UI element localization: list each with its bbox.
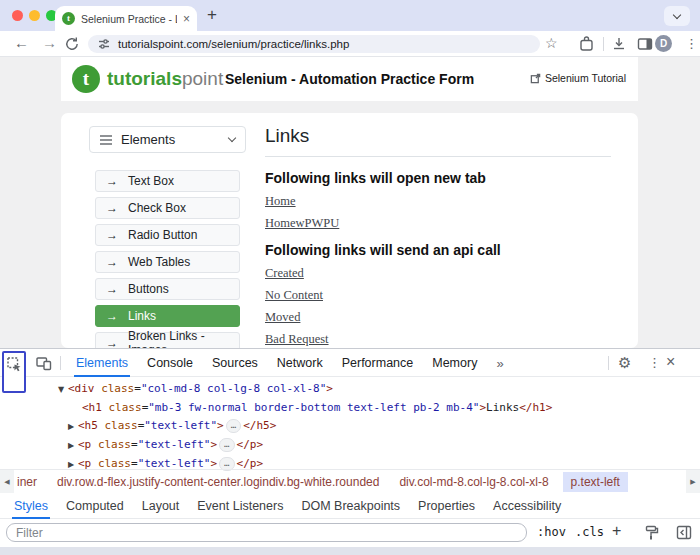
- device-toolbar-icon[interactable]: [36, 355, 52, 371]
- url-text[interactable]: tutorialspoint.com/selenium/practice/lin…: [118, 38, 349, 50]
- sidebar-item-links[interactable]: →Links: [95, 305, 240, 327]
- tab-sources[interactable]: Sources: [212, 349, 258, 377]
- code-token: [102, 401, 109, 414]
- settings-gear-icon[interactable]: ⚙: [618, 354, 631, 372]
- links-heading: Links: [265, 125, 611, 157]
- devtools-kebab-icon[interactable]: ⋮: [648, 355, 661, 370]
- ellipsis-expand-icon[interactable]: …: [219, 438, 234, 452]
- tab-memory[interactable]: Memory: [432, 349, 477, 377]
- sidebar-item-label: Check Box: [128, 201, 186, 215]
- menu-header[interactable]: Elements: [89, 126, 246, 153]
- external-link-icon: [530, 73, 541, 84]
- sidebar-item-label: Links: [128, 309, 156, 323]
- tab-layout[interactable]: Layout: [142, 493, 180, 519]
- sidebar-item-check-box[interactable]: →Check Box: [95, 197, 240, 219]
- tab-network[interactable]: Network: [277, 349, 323, 377]
- tab-title: Selenium Practice - Links: [81, 13, 177, 25]
- arrow-right-icon: →: [106, 336, 118, 348]
- arrow-right-icon: →: [106, 174, 118, 188]
- tab-styles[interactable]: Styles: [14, 493, 48, 519]
- devtools-panel: Elements Console Sources Network Perform…: [0, 348, 700, 555]
- arrow-right-icon: →: [106, 201, 118, 215]
- tab-computed[interactable]: Computed: [66, 493, 124, 519]
- code-token: "col-md-8 col-lg-8 col-xl-8": [141, 382, 326, 395]
- new-style-rule-icon[interactable]: +: [612, 522, 621, 540]
- sidebar-item-web-tables[interactable]: →Web Tables: [95, 251, 240, 273]
- toolbar-divider: [603, 37, 604, 51]
- tab-accessibility[interactable]: Accessibility: [493, 493, 561, 519]
- sidebar-panel-icon[interactable]: [637, 36, 653, 52]
- macos-minimize-icon[interactable]: [29, 10, 40, 21]
- back-icon[interactable]: ←: [14, 34, 29, 51]
- paint-roller-icon[interactable]: [644, 525, 659, 541]
- ellipsis-expand-icon[interactable]: …: [226, 419, 241, 433]
- tab-event-listeners[interactable]: Event Listeners: [197, 493, 283, 519]
- toggle-sidebar-icon[interactable]: [676, 525, 692, 540]
- expand-arrow-icon[interactable]: ▶: [68, 418, 78, 436]
- selenium-tutorial-link[interactable]: Selenium Tutorial: [530, 72, 626, 84]
- expand-arrow-icon[interactable]: ▼: [58, 381, 68, 399]
- crumb-row-div[interactable]: div.row.d-flex.justify-content-center.lo…: [57, 475, 379, 489]
- download-icon[interactable]: [611, 36, 627, 52]
- more-tabs-icon[interactable]: »: [496, 356, 503, 371]
- menu-items: →Text Box →Check Box →Radio Button →Web …: [89, 170, 246, 348]
- forward-icon[interactable]: →: [42, 34, 57, 51]
- crumb-container[interactable]: iner: [17, 475, 37, 489]
- tab-console[interactable]: Console: [147, 349, 193, 377]
- link-home[interactable]: Home: [265, 195, 611, 208]
- extensions-icon[interactable]: [579, 36, 594, 52]
- new-tab-button[interactable]: +: [207, 5, 217, 25]
- sidebar-item-label: Text Box: [128, 174, 174, 188]
- code-token: </h1>: [519, 401, 552, 414]
- macos-close-icon[interactable]: [12, 10, 23, 21]
- sidebar-item-text-box[interactable]: →Text Box: [95, 170, 240, 192]
- tab-close-icon[interactable]: ×: [183, 13, 190, 25]
- crumb-prev-icon[interactable]: ◀: [0, 470, 14, 494]
- hov-toggle[interactable]: :hov: [537, 525, 566, 539]
- tab-performance[interactable]: Performance: [342, 349, 414, 377]
- profile-avatar[interactable]: D: [655, 35, 672, 52]
- sidebar-item-radio-button[interactable]: →Radio Button: [95, 224, 240, 246]
- bookmark-star-icon[interactable]: ☆: [545, 35, 558, 51]
- link-moved[interactable]: Moved: [265, 311, 611, 324]
- sidebar-item-broken-links[interactable]: →Broken Links - Images: [95, 332, 240, 348]
- url-bar[interactable]: tutorialspoint.com/selenium/practice/lin…: [88, 35, 540, 53]
- elements-tree: ▼<div class="col-md-8 col-lg-8 col-xl-8"…: [0, 377, 700, 469]
- links-content: Links Following links will open new tab …: [265, 125, 611, 348]
- link-created[interactable]: Created: [265, 267, 611, 280]
- chevron-down-icon: [228, 134, 236, 142]
- crumb-selected-p[interactable]: p.text-left: [563, 472, 628, 492]
- filter-input[interactable]: [6, 523, 527, 542]
- cls-toggle[interactable]: .cls: [575, 525, 604, 539]
- tab-elements[interactable]: Elements: [76, 349, 128, 377]
- site-header: t tutorialspoint Selenium - Automation P…: [61, 57, 638, 101]
- code-line[interactable]: ▼<div class="col-md-8 col-lg-8 col-xl-8"…: [0, 380, 700, 399]
- crumb-next-icon[interactable]: ▶: [686, 470, 700, 493]
- devtools-divider: [608, 356, 609, 370]
- code-token: class: [101, 382, 134, 395]
- tune-icon[interactable]: [98, 38, 110, 50]
- window-bottom-edge: [0, 547, 700, 555]
- tab-properties[interactable]: Properties: [418, 493, 475, 519]
- browser-menu-kebab-icon[interactable]: ⋮: [685, 36, 698, 51]
- code-token: <div: [68, 382, 95, 395]
- browser-tab[interactable]: t Selenium Practice - Links ×: [55, 6, 197, 31]
- link-homewpwpu[interactable]: HomewPWPU: [265, 217, 611, 230]
- selenium-tutorial-label: Selenium Tutorial: [545, 72, 626, 84]
- code-line[interactable]: ▶<h5 class="text-left">…</h5>: [0, 417, 700, 436]
- sidebar-item-buttons[interactable]: →Buttons: [95, 278, 240, 300]
- reload-icon[interactable]: [64, 36, 80, 52]
- code-line[interactable]: <h1 class="mb-3 fw-normal border-bottom …: [0, 399, 700, 417]
- expand-arrow-icon[interactable]: ▶: [68, 437, 78, 455]
- crumb-col-div[interactable]: div.col-md-8.col-lg-8.col-xl-8: [399, 475, 548, 489]
- tab-dom-breakpoints[interactable]: DOM Breakpoints: [301, 493, 400, 519]
- link-bad-request[interactable]: Bad Request: [265, 333, 611, 346]
- link-no-content[interactable]: No Content: [265, 289, 611, 302]
- code-token: Links: [486, 401, 519, 414]
- code-line[interactable]: ▶<p class="text-left">…</p>: [0, 436, 700, 455]
- inspect-element-button[interactable]: [2, 351, 26, 393]
- tab-search-button[interactable]: [664, 6, 690, 26]
- devtools-close-icon[interactable]: ×: [666, 353, 675, 371]
- elements-menu: Elements →Text Box →Check Box →Radio But…: [89, 126, 246, 348]
- sidebar-item-label: Broken Links - Images: [128, 329, 229, 348]
